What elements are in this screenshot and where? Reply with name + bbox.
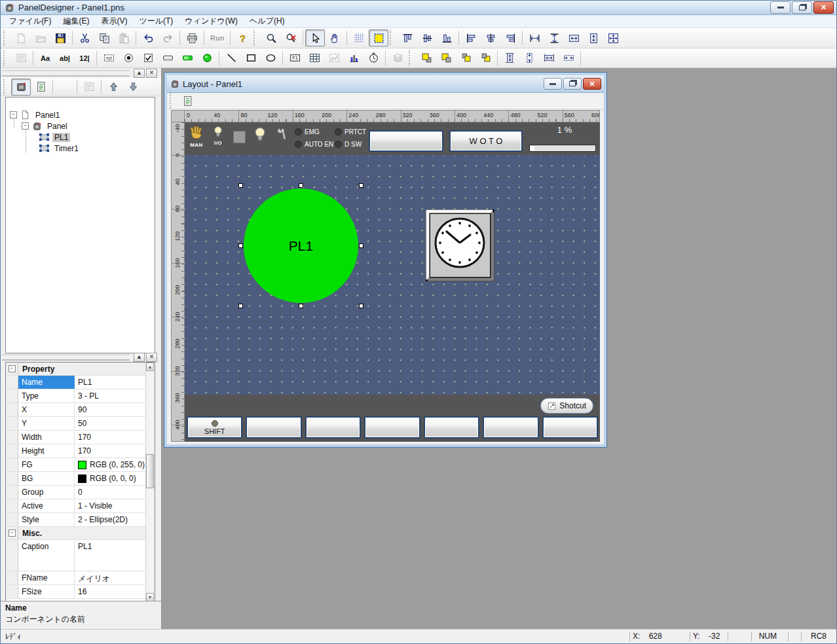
collapse-expander-icon[interactable]: − <box>22 122 29 130</box>
width-max-button[interactable] <box>539 50 559 67</box>
property-row-fg[interactable]: FGRGB (0, 255, 0) <box>6 458 146 472</box>
print-button[interactable] <box>182 29 202 46</box>
selection-handle-s[interactable] <box>299 304 303 308</box>
cut-button[interactable] <box>75 29 94 46</box>
tree-item-panel1[interactable]: − Panel1 <box>6 109 155 120</box>
fkey-3-button[interactable] <box>305 416 361 438</box>
man-mode-indicator[interactable]: MAN <box>189 126 204 148</box>
collapse-expander-icon[interactable]: − <box>9 365 16 372</box>
scroll-up-icon[interactable]: ▲ <box>146 363 154 371</box>
align-left-button[interactable] <box>461 29 481 46</box>
menu-window[interactable]: ウィンドウ(W) <box>179 14 244 28</box>
property-label[interactable]: Type <box>18 389 75 402</box>
io-indicator[interactable]: I/O <box>214 126 223 146</box>
minimize-button[interactable] <box>770 1 790 14</box>
align-bottom-button[interactable] <box>437 29 456 46</box>
rect-tool-button[interactable] <box>241 50 261 67</box>
explorer-close-button[interactable]: ✕ <box>146 69 157 78</box>
property-row-width[interactable]: Width170 <box>6 431 146 444</box>
selection-handle-sw[interactable] <box>238 304 243 308</box>
property-row-type[interactable]: Type3 - PL <box>6 389 146 403</box>
selection-handle-nw[interactable] <box>238 183 243 188</box>
lamp-tool-button[interactable] <box>197 50 217 67</box>
property-value[interactable]: 3 - PL <box>75 389 146 402</box>
property-label[interactable]: Height <box>18 444 75 457</box>
panel-canvas[interactable]: MAN I/O EMG <box>185 122 600 442</box>
move-up-button[interactable] <box>103 79 123 96</box>
layout-minimize-button[interactable] <box>544 78 562 90</box>
grid-button[interactable] <box>349 29 369 46</box>
layout-close-button[interactable]: ✕ <box>583 78 601 90</box>
property-label[interactable]: X <box>18 403 75 416</box>
tree-item-pl1[interactable]: PL1 <box>6 132 155 143</box>
align-right-button[interactable] <box>500 29 520 46</box>
property-label[interactable]: Style <box>18 513 75 526</box>
collapse-expander-icon[interactable]: − <box>9 529 16 537</box>
layout-window-titlebar[interactable]: Layout - Panel1 ✕ <box>167 75 604 93</box>
selection-handle-w[interactable] <box>238 243 243 248</box>
tree-item-panel[interactable]: − Panel <box>6 120 155 132</box>
checkbox-tool-button[interactable] <box>138 50 158 67</box>
property-value[interactable]: RGB (0, 0, 0) <box>75 472 146 485</box>
undo-button[interactable] <box>138 29 158 46</box>
prtct-indicator[interactable]: PRTCT <box>335 128 366 135</box>
grid-snap-button[interactable] <box>369 29 388 46</box>
panel-grid-area[interactable] <box>185 155 600 395</box>
zoom-cancel-button[interactable] <box>281 29 301 46</box>
height-max-button[interactable] <box>500 50 519 67</box>
tree-item-timer1[interactable]: Timer1 <box>6 143 155 154</box>
property-value[interactable]: 16 <box>75 585 146 598</box>
label-tool-button[interactable]: ab| <box>55 50 75 67</box>
property-value[interactable]: 2 - Ellipse(2D) <box>75 513 146 526</box>
fit-width-button[interactable] <box>564 29 584 46</box>
close-button[interactable]: ✕ <box>813 1 834 14</box>
ellipse-tool-button[interactable] <box>261 50 280 67</box>
pan-hand-button[interactable] <box>325 29 344 46</box>
radio-tool-button[interactable] <box>119 50 138 67</box>
save-button[interactable] <box>50 29 70 46</box>
property-row-caption[interactable]: CaptionPL1 <box>6 540 146 571</box>
d-sw-indicator[interactable]: D SW <box>335 141 362 148</box>
fkey-tool-button[interactable]: F1 <box>285 50 305 67</box>
property-row-height[interactable]: Height170 <box>6 444 146 458</box>
align-center-button[interactable] <box>481 29 500 46</box>
same-height-button[interactable] <box>544 29 564 46</box>
property-row-style[interactable]: Style2 - Ellipse(2D) <box>6 513 146 527</box>
dock-grip[interactable] <box>2 70 130 77</box>
property-label[interactable]: BG <box>18 472 75 485</box>
textbox-tool-button[interactable]: xyz <box>99 50 119 67</box>
copy-button[interactable] <box>94 29 114 46</box>
property-label[interactable]: FSize <box>18 585 75 598</box>
timer1-clock-component[interactable] <box>426 209 494 281</box>
select-cursor-button[interactable] <box>305 29 325 46</box>
property-label[interactable]: Group <box>18 486 75 499</box>
timer-tool-button[interactable] <box>363 50 383 67</box>
property-value[interactable]: 170 <box>75 444 146 457</box>
fkey-4-button[interactable] <box>364 416 420 438</box>
script-view-button[interactable] <box>31 79 50 96</box>
selection-handle-n[interactable] <box>299 183 303 188</box>
property-value[interactable]: RGB (0, 255, 0) <box>75 458 146 471</box>
table-tool-button[interactable] <box>305 50 324 67</box>
width-min-button[interactable] <box>559 50 578 67</box>
property-value[interactable]: 170 <box>75 431 146 444</box>
menu-edit[interactable]: 編集(E) <box>57 14 95 28</box>
fkey-6-button[interactable] <box>483 416 538 438</box>
property-label[interactable]: Caption <box>18 540 75 571</box>
height-min-button[interactable] <box>519 50 539 67</box>
woto-panel-button[interactable]: W O T O <box>449 130 523 152</box>
property-row-bg[interactable]: BGRGB (0, 0, 0) <box>6 472 146 486</box>
property-close-button[interactable]: ✕ <box>146 353 157 362</box>
property-value[interactable]: 1 - Visible <box>75 499 146 512</box>
fkey-5-button[interactable] <box>424 416 479 438</box>
property-label[interactable]: Name <box>18 376 75 389</box>
font-tool-button[interactable]: Aa <box>35 50 55 67</box>
align-vcenter-button[interactable] <box>417 29 437 46</box>
scrollbar-thumb[interactable] <box>146 454 154 488</box>
align-top-button[interactable] <box>398 29 417 46</box>
menu-help[interactable]: ヘルプ(H) <box>244 14 291 28</box>
bargraph-tool-button[interactable] <box>344 50 363 67</box>
shotcut-button[interactable]: Shotcut <box>540 398 593 414</box>
property-row-fsize[interactable]: FSize16 <box>6 585 146 599</box>
bring-to-front-button[interactable] <box>417 50 436 67</box>
